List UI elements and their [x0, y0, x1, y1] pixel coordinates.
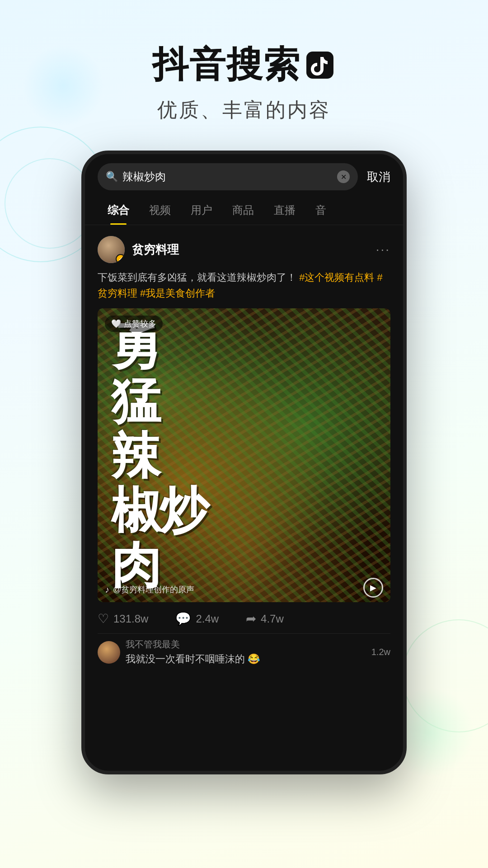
search-clear-button[interactable]: ✕: [337, 170, 350, 183]
commenter-avatar: [98, 641, 120, 664]
comments-value: 2.4w: [196, 613, 219, 625]
tab-视频[interactable]: 视频: [139, 194, 181, 225]
sound-bar: ♪ @贫穷料理创作的原声: [105, 584, 368, 595]
play-icon: ▶: [370, 583, 376, 593]
comment-icon: 💬: [175, 611, 191, 626]
post-text: 下饭菜到底有多凶猛，就看这道辣椒炒肉了！ #这个视频有点料 #贫穷料理 #我是美…: [98, 269, 390, 301]
search-icon: 🔍: [106, 171, 118, 183]
like-badge-text: 点赞较多: [124, 318, 156, 329]
tab-bar: 综合 视频 用户 商品 直播 音: [85, 194, 403, 225]
likes-count[interactable]: ♡ 131.8w: [98, 611, 148, 626]
tab-综合[interactable]: 综合: [98, 194, 139, 225]
calligraphy-text: 勇猛辣椒炒肉: [111, 319, 207, 592]
comment-preview-row: 我不管我最美 我就没一次看时不咽唾沫的 😂 1.2w: [98, 633, 390, 670]
verify-badge: ✓: [116, 254, 125, 263]
video-thumbnail: 勇猛辣椒炒肉 🤍 点赞较多 ♪ @贫穷料理创作的原声: [98, 308, 390, 602]
video-text-overlay: 勇猛辣椒炒肉: [98, 308, 390, 602]
header-subtitle: 优质、丰富的内容: [0, 97, 488, 123]
search-results: ✓ 贫穷料理 ··· 下饭菜到底有多凶猛，就看这道辣椒炒肉了！ #这个视频有点料…: [85, 225, 403, 681]
comment-likes: 1.2w: [371, 647, 390, 657]
commenter-username[interactable]: 我不管我最美: [126, 638, 366, 651]
comments-count[interactable]: 💬 2.4w: [175, 611, 219, 626]
tiktok-logo: [304, 49, 336, 81]
heart-icon: ♡: [98, 611, 109, 626]
post-user-row: ✓ 贫穷料理 ···: [98, 236, 390, 263]
shares-value: 4.7w: [261, 613, 284, 625]
app-title-text: 抖音搜索: [152, 41, 300, 90]
tab-直播[interactable]: 直播: [264, 194, 305, 225]
tab-音[interactable]: 音: [305, 194, 336, 225]
phone-container: 🔍 辣椒炒肉 ✕ 取消 综合 视频 用户 商品: [0, 151, 488, 774]
heart-icon: 🤍: [111, 319, 121, 329]
search-query: 辣椒炒肉: [122, 170, 333, 184]
avatar[interactable]: ✓: [98, 236, 125, 263]
tab-商品[interactable]: 商品: [222, 194, 264, 225]
sound-label: @贫穷料理创作的原声: [113, 584, 194, 595]
search-bar-area: 🔍 辣椒炒肉 ✕ 取消: [85, 154, 403, 190]
header: 抖音搜索 优质、丰富的内容: [0, 0, 488, 137]
more-options-button[interactable]: ···: [376, 242, 390, 257]
phone-screen: 🔍 辣椒炒肉 ✕ 取消 综合 视频 用户 商品: [85, 154, 403, 771]
app-title-row: 抖音搜索: [0, 41, 488, 90]
post-text-normal: 下饭菜到底有多凶猛，就看这道辣椒炒肉了！: [98, 272, 296, 283]
search-input-wrap[interactable]: 🔍 辣椒炒肉 ✕: [98, 163, 358, 190]
cancel-button[interactable]: 取消: [367, 169, 390, 185]
comment-content: 我不管我最美 我就没一次看时不咽唾沫的 😂: [126, 638, 366, 666]
video-card[interactable]: 勇猛辣椒炒肉 🤍 点赞较多 ♪ @贫穷料理创作的原声: [98, 308, 390, 602]
comment-text: 我就没一次看时不咽唾沫的 😂: [126, 652, 366, 666]
share-icon: ➦: [246, 611, 256, 626]
shares-count[interactable]: ➦ 4.7w: [246, 611, 284, 626]
likes-value: 131.8w: [113, 613, 148, 625]
tab-用户[interactable]: 用户: [181, 194, 222, 225]
engagement-row: ♡ 131.8w 💬 2.4w ➦ 4.7w: [98, 602, 390, 633]
phone-mockup: 🔍 辣椒炒肉 ✕ 取消 综合 视频 用户 商品: [81, 151, 407, 774]
tiktok-sound-icon: ♪: [105, 585, 109, 595]
username[interactable]: 贫穷料理: [132, 242, 179, 258]
like-badge: 🤍 点赞较多: [105, 316, 163, 332]
